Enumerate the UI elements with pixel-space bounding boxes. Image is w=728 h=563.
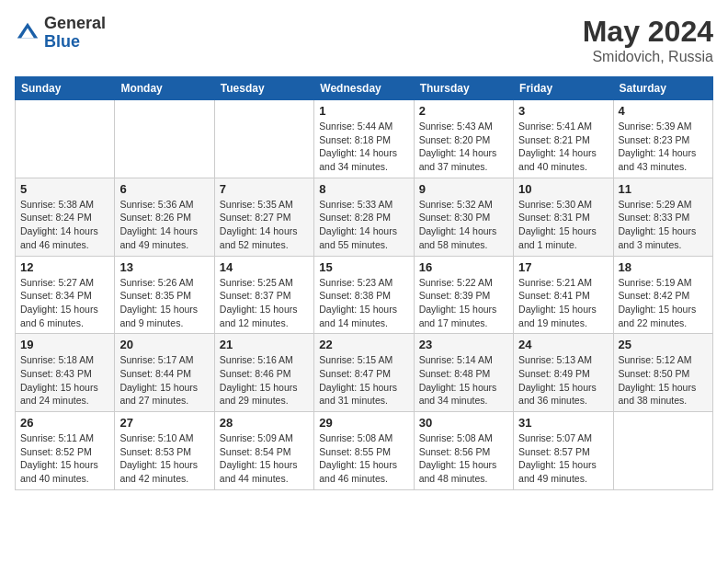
logo-text: General Blue: [44, 15, 106, 52]
day-info: Sunrise: 5:16 AM Sunset: 8:46 PM Dayligh…: [220, 353, 309, 408]
calendar-cell: 26Sunrise: 5:11 AM Sunset: 8:52 PM Dayli…: [16, 412, 115, 490]
day-info: Sunrise: 5:19 AM Sunset: 8:42 PM Dayligh…: [619, 276, 708, 330]
day-info: Sunrise: 5:08 AM Sunset: 8:56 PM Dayligh…: [419, 431, 508, 486]
calendar-cell: 12Sunrise: 5:27 AM Sunset: 8:34 PM Dayli…: [16, 256, 115, 334]
day-info: Sunrise: 5:26 AM Sunset: 8:35 PM Dayligh…: [119, 276, 209, 330]
day-number: 19: [20, 338, 109, 351]
day-number: 23: [419, 338, 508, 351]
day-number: 8: [319, 182, 408, 196]
day-info: Sunrise: 5:12 AM Sunset: 8:50 PM Dayligh…: [619, 353, 708, 408]
day-info: Sunrise: 5:13 AM Sunset: 8:49 PM Dayligh…: [518, 353, 608, 408]
day-number: 7: [220, 182, 309, 196]
calendar-week-row: 5Sunrise: 5:38 AM Sunset: 8:24 PM Daylig…: [16, 178, 713, 256]
day-number: 30: [419, 416, 508, 430]
day-number: 16: [419, 260, 508, 274]
calendar-cell: 6Sunrise: 5:36 AM Sunset: 8:26 PM Daylig…: [115, 178, 214, 256]
day-info: Sunrise: 5:17 AM Sunset: 8:44 PM Dayligh…: [119, 353, 209, 408]
day-info: Sunrise: 5:41 AM Sunset: 8:21 PM Dayligh…: [518, 120, 608, 174]
day-header-thursday: Thursday: [414, 77, 513, 100]
day-header-friday: Friday: [514, 77, 613, 100]
calendar-cell: 14Sunrise: 5:25 AM Sunset: 8:37 PM Dayli…: [214, 256, 313, 334]
calendar-cell: [613, 412, 712, 490]
day-number: 21: [220, 338, 309, 351]
calendar-cell: 19Sunrise: 5:18 AM Sunset: 8:43 PM Dayli…: [16, 334, 115, 412]
calendar-cell: 9Sunrise: 5:32 AM Sunset: 8:30 PM Daylig…: [414, 178, 513, 256]
day-number: 9: [419, 182, 508, 196]
day-number: 3: [518, 104, 608, 118]
title-block: May 2024 Smidovich, Russia: [583, 15, 713, 65]
day-number: 26: [20, 416, 109, 430]
day-number: 28: [220, 416, 309, 430]
day-info: Sunrise: 5:23 AM Sunset: 8:38 PM Dayligh…: [319, 276, 408, 330]
calendar-cell: 22Sunrise: 5:15 AM Sunset: 8:47 PM Dayli…: [314, 334, 414, 412]
day-header-wednesday: Wednesday: [314, 77, 414, 100]
location-title: Smidovich, Russia: [583, 49, 713, 65]
day-number: 31: [518, 416, 608, 430]
day-info: Sunrise: 5:11 AM Sunset: 8:52 PM Dayligh…: [20, 431, 109, 486]
calendar-week-row: 12Sunrise: 5:27 AM Sunset: 8:34 PM Dayli…: [16, 256, 713, 334]
day-info: Sunrise: 5:33 AM Sunset: 8:28 PM Dayligh…: [319, 198, 408, 252]
day-number: 2: [419, 104, 508, 118]
calendar-cell: 25Sunrise: 5:12 AM Sunset: 8:50 PM Dayli…: [613, 334, 712, 412]
day-header-tuesday: Tuesday: [214, 77, 313, 100]
day-number: 13: [119, 260, 209, 274]
calendar-cell: [16, 100, 115, 178]
day-info: Sunrise: 5:25 AM Sunset: 8:37 PM Dayligh…: [220, 276, 309, 330]
day-number: 10: [518, 182, 608, 196]
calendar-cell: 24Sunrise: 5:13 AM Sunset: 8:49 PM Dayli…: [514, 334, 613, 412]
calendar-cell: 8Sunrise: 5:33 AM Sunset: 8:28 PM Daylig…: [314, 178, 414, 256]
logo: General Blue: [15, 15, 106, 52]
day-number: 4: [619, 104, 708, 118]
day-number: 25: [619, 338, 708, 351]
calendar-week-row: 19Sunrise: 5:18 AM Sunset: 8:43 PM Dayli…: [16, 334, 713, 412]
day-info: Sunrise: 5:44 AM Sunset: 8:18 PM Dayligh…: [319, 120, 408, 174]
day-info: Sunrise: 5:35 AM Sunset: 8:27 PM Dayligh…: [220, 198, 309, 252]
day-info: Sunrise: 5:08 AM Sunset: 8:55 PM Dayligh…: [319, 431, 408, 486]
calendar-cell: 3Sunrise: 5:41 AM Sunset: 8:21 PM Daylig…: [514, 100, 613, 178]
day-number: 24: [518, 338, 608, 351]
page-header: General Blue May 2024 Smidovich, Russia: [15, 15, 713, 65]
calendar-cell: 15Sunrise: 5:23 AM Sunset: 8:38 PM Dayli…: [314, 256, 414, 334]
calendar-cell: 5Sunrise: 5:38 AM Sunset: 8:24 PM Daylig…: [16, 178, 115, 256]
day-number: 27: [119, 416, 209, 430]
logo-blue-text: Blue: [44, 33, 106, 52]
day-number: 29: [319, 416, 408, 430]
calendar-cell: 20Sunrise: 5:17 AM Sunset: 8:44 PM Dayli…: [115, 334, 214, 412]
day-number: 6: [119, 182, 209, 196]
calendar-header-row: SundayMondayTuesdayWednesdayThursdayFrid…: [16, 77, 713, 100]
day-info: Sunrise: 5:09 AM Sunset: 8:54 PM Dayligh…: [220, 431, 309, 486]
day-info: Sunrise: 5:30 AM Sunset: 8:31 PM Dayligh…: [518, 198, 608, 252]
calendar-cell: [214, 100, 313, 178]
day-info: Sunrise: 5:32 AM Sunset: 8:30 PM Dayligh…: [419, 198, 508, 252]
day-info: Sunrise: 5:43 AM Sunset: 8:20 PM Dayligh…: [419, 120, 508, 174]
day-number: 1: [319, 104, 408, 118]
logo-icon: [15, 20, 40, 46]
day-info: Sunrise: 5:27 AM Sunset: 8:34 PM Dayligh…: [20, 276, 109, 330]
day-header-monday: Monday: [115, 77, 214, 100]
calendar-cell: 2Sunrise: 5:43 AM Sunset: 8:20 PM Daylig…: [414, 100, 513, 178]
calendar-cell: 21Sunrise: 5:16 AM Sunset: 8:46 PM Dayli…: [214, 334, 313, 412]
calendar-week-row: 1Sunrise: 5:44 AM Sunset: 8:18 PM Daylig…: [16, 100, 713, 178]
day-number: 22: [319, 338, 408, 351]
day-number: 12: [20, 260, 109, 274]
day-header-sunday: Sunday: [16, 77, 115, 100]
day-info: Sunrise: 5:38 AM Sunset: 8:24 PM Dayligh…: [20, 198, 109, 252]
day-info: Sunrise: 5:39 AM Sunset: 8:23 PM Dayligh…: [619, 120, 708, 174]
calendar-cell: [115, 100, 214, 178]
calendar-cell: 28Sunrise: 5:09 AM Sunset: 8:54 PM Dayli…: [214, 412, 313, 490]
calendar-cell: 30Sunrise: 5:08 AM Sunset: 8:56 PM Dayli…: [414, 412, 513, 490]
day-number: 5: [20, 182, 109, 196]
calendar-cell: 27Sunrise: 5:10 AM Sunset: 8:53 PM Dayli…: [115, 412, 214, 490]
day-number: 20: [119, 338, 209, 351]
day-header-saturday: Saturday: [613, 77, 712, 100]
month-title: May 2024: [583, 15, 713, 49]
calendar-cell: 13Sunrise: 5:26 AM Sunset: 8:35 PM Dayli…: [115, 256, 214, 334]
day-info: Sunrise: 5:14 AM Sunset: 8:48 PM Dayligh…: [419, 353, 508, 408]
calendar-week-row: 26Sunrise: 5:11 AM Sunset: 8:52 PM Dayli…: [16, 412, 713, 490]
day-info: Sunrise: 5:07 AM Sunset: 8:57 PM Dayligh…: [518, 431, 608, 486]
calendar-cell: 17Sunrise: 5:21 AM Sunset: 8:41 PM Dayli…: [514, 256, 613, 334]
day-number: 15: [319, 260, 408, 274]
calendar-cell: 31Sunrise: 5:07 AM Sunset: 8:57 PM Dayli…: [514, 412, 613, 490]
calendar-cell: 18Sunrise: 5:19 AM Sunset: 8:42 PM Dayli…: [613, 256, 712, 334]
calendar-cell: 29Sunrise: 5:08 AM Sunset: 8:55 PM Dayli…: [314, 412, 414, 490]
